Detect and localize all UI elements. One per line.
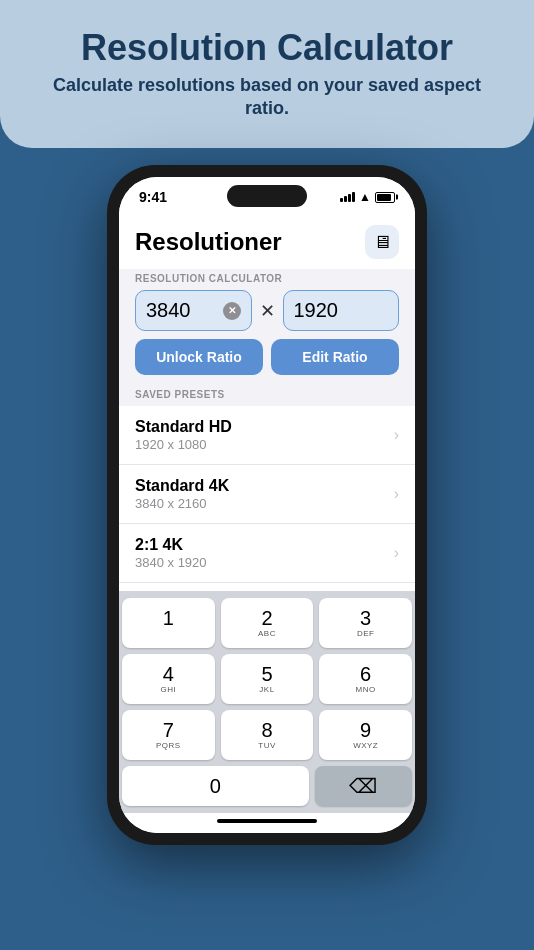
keypad-row-2: 4 GHI 5 JKL 6 MNO	[119, 651, 415, 707]
key-4[interactable]: 4 GHI	[122, 654, 215, 704]
monitor-icon[interactable]: 🖥	[365, 225, 399, 259]
preset-item-standard-hd[interactable]: Standard HD 1920 x 1080 ›	[119, 406, 415, 465]
input-section: 3840 ✕ ✕ 1920 Unlock Ratio Edit Ratio	[119, 290, 415, 385]
phone-frame: 9:41 ▲ Resolutioner 🖥	[107, 165, 427, 845]
key-5[interactable]: 5 JKL	[221, 654, 314, 704]
signal-icon	[340, 192, 355, 202]
key-8[interactable]: 8 TUV	[221, 710, 314, 760]
status-icons: ▲	[340, 190, 395, 204]
key-0[interactable]: 0	[122, 766, 309, 806]
chevron-icon-1: ›	[394, 485, 399, 503]
chevron-icon-0: ›	[394, 426, 399, 444]
wifi-icon: ▲	[359, 190, 371, 204]
app-header: Resolutioner 🖥	[119, 211, 415, 269]
calculator-section-label: RESOLUTION CALCULATOR	[119, 269, 415, 290]
top-banner: Resolution Calculator Calculate resoluti…	[0, 0, 534, 148]
banner-title: Resolution Calculator	[30, 28, 504, 68]
presets-section: Standard HD 1920 x 1080 › Standard 4K 38…	[119, 406, 415, 583]
dynamic-island	[227, 185, 307, 207]
edit-ratio-button[interactable]: Edit Ratio	[271, 339, 399, 375]
preset-res-2: 3840 x 1920	[135, 555, 207, 570]
height-value: 1920	[294, 299, 339, 322]
key-2[interactable]: 2 ABC	[221, 598, 314, 648]
chevron-icon-2: ›	[394, 544, 399, 562]
key-9[interactable]: 9 WXYZ	[319, 710, 412, 760]
key-7[interactable]: 7 PQRS	[122, 710, 215, 760]
multiply-sign: ✕	[260, 300, 275, 322]
app-content: Resolutioner 🖥 RESOLUTION CALCULATOR 384…	[119, 211, 415, 591]
preset-item-2-1-4k[interactable]: 2:1 4K 3840 x 1920 ›	[119, 524, 415, 583]
home-indicator	[119, 813, 415, 833]
app-name: Resolutioner	[135, 228, 282, 256]
preset-name-2: 2:1 4K	[135, 536, 207, 554]
action-buttons: Unlock Ratio Edit Ratio	[135, 339, 399, 375]
keypad-row-4: 0 ⌫	[119, 763, 415, 809]
status-time: 9:41	[139, 189, 167, 205]
phone-screen: 9:41 ▲ Resolutioner 🖥	[119, 177, 415, 833]
preset-name-1: Standard 4K	[135, 477, 229, 495]
height-input[interactable]: 1920	[283, 290, 400, 331]
width-input[interactable]: 3840 ✕	[135, 290, 252, 331]
key-3[interactable]: 3 DEF	[319, 598, 412, 648]
width-value: 3840	[146, 299, 191, 322]
keypad-row-1: 1 2 ABC 3 DEF	[119, 595, 415, 651]
clear-width-button[interactable]: ✕	[223, 302, 241, 320]
banner-subtitle: Calculate resolutions based on your save…	[30, 74, 504, 121]
key-1[interactable]: 1	[122, 598, 215, 648]
keypad: 1 2 ABC 3 DEF 4 GHI 5	[119, 591, 415, 813]
presets-section-label: SAVED PRESETS	[119, 385, 415, 406]
preset-name-0: Standard HD	[135, 418, 232, 436]
home-bar	[217, 819, 317, 823]
backspace-key[interactable]: ⌫	[315, 766, 412, 806]
battery-icon	[375, 192, 395, 203]
preset-item-standard-4k[interactable]: Standard 4K 3840 x 2160 ›	[119, 465, 415, 524]
key-6[interactable]: 6 MNO	[319, 654, 412, 704]
keypad-row-3: 7 PQRS 8 TUV 9 WXYZ	[119, 707, 415, 763]
preset-res-1: 3840 x 2160	[135, 496, 229, 511]
preset-res-0: 1920 x 1080	[135, 437, 232, 452]
resolution-inputs: 3840 ✕ ✕ 1920	[135, 290, 399, 331]
unlock-ratio-button[interactable]: Unlock Ratio	[135, 339, 263, 375]
